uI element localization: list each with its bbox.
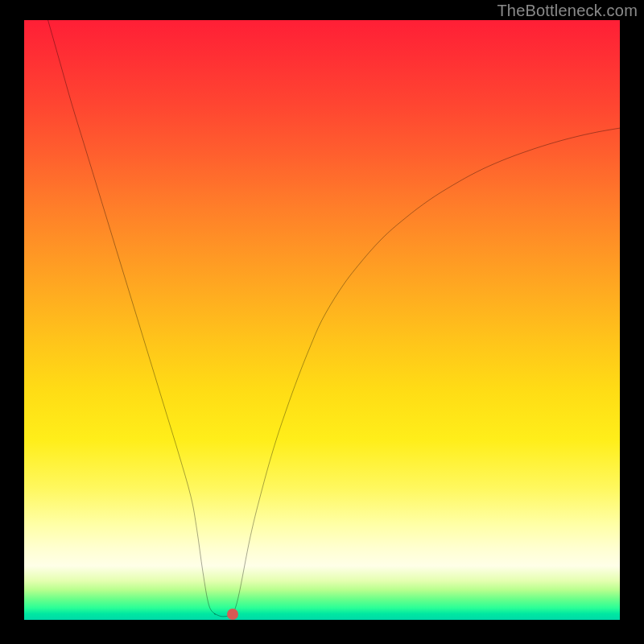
optimum-marker <box>227 609 238 620</box>
plot-area <box>24 20 620 620</box>
watermark-text: TheBottleneck.com <box>497 2 638 20</box>
gradient-background <box>24 20 620 620</box>
chart-stage: TheBottleneck.com <box>0 0 644 644</box>
